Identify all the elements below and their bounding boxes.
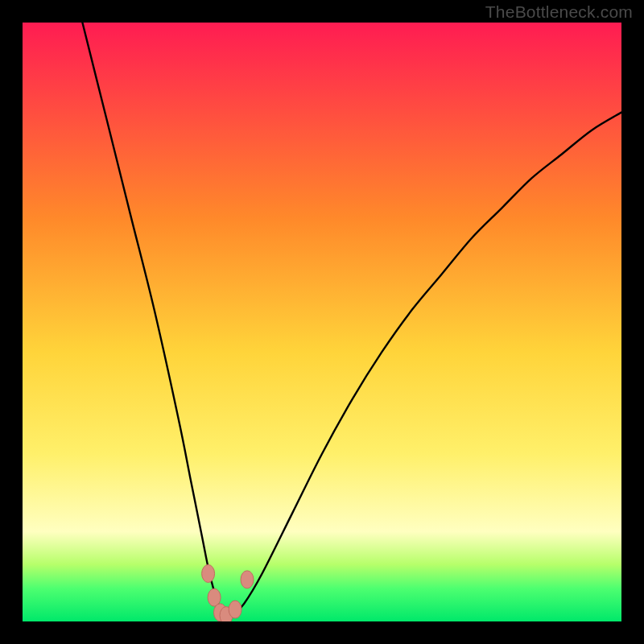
curve-marker bbox=[202, 565, 215, 583]
curve-markers bbox=[202, 565, 254, 622]
chart-frame: TheBottleneck.com bbox=[0, 0, 644, 644]
curve-marker bbox=[229, 601, 242, 618]
curve-marker bbox=[241, 571, 254, 588]
curve-layer bbox=[23, 23, 621, 621]
watermark-text: TheBottleneck.com bbox=[485, 2, 633, 22]
bottleneck-curve bbox=[82, 23, 621, 617]
plot-area bbox=[23, 23, 621, 621]
